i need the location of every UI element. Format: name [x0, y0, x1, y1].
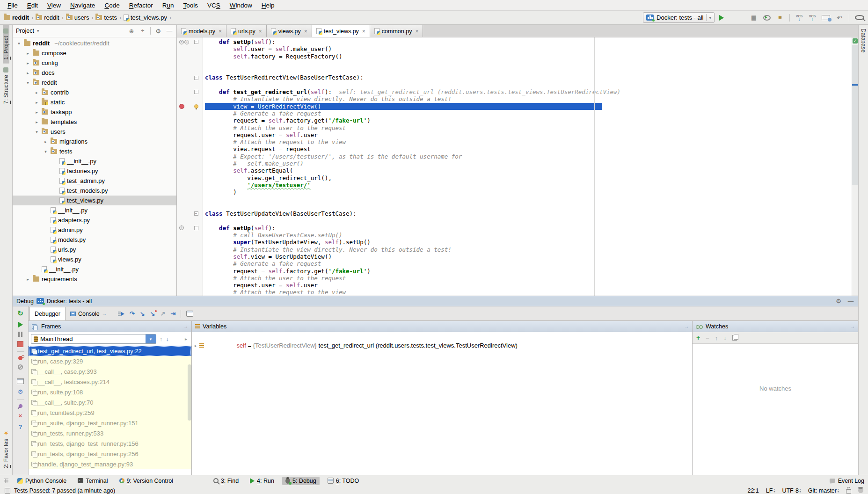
frame-row[interactable]: run_tests, django_test_runner.py:156 — [29, 438, 191, 449]
chevron-down-icon[interactable]: ▾ — [146, 334, 156, 343]
editor-code[interactable]: def setUp(self): self.user = self.make_u… — [203, 37, 858, 296]
menu-file[interactable]: File — [3, 2, 22, 9]
toolwindow-button-9-version-control[interactable]: 9: Version Control — [116, 477, 176, 485]
copy-icon[interactable] — [732, 335, 737, 341]
history-icon[interactable] — [822, 15, 830, 20]
tree-collapsed-icon[interactable]: ▸ — [43, 139, 48, 144]
encoding-selector[interactable]: UTF-8 — [782, 487, 801, 494]
debug-tab-console[interactable]: Console→ — [66, 307, 111, 320]
close-tab-icon[interactable]: × — [259, 28, 262, 35]
execution-line-mark[interactable] — [852, 84, 858, 86]
fold-icon[interactable]: − — [194, 76, 198, 80]
inspections-ok-icon[interactable]: ✓ — [853, 38, 858, 44]
rollback-icon[interactable]: ↶ — [836, 14, 843, 22]
tree-collapsed-icon[interactable]: ▸ — [25, 71, 30, 75]
breadcrumb-item-tests[interactable]: tests — [95, 14, 117, 21]
run-config-selector[interactable]: Docker: tests - all ▾ — [643, 12, 715, 23]
lock-icon[interactable] — [846, 489, 851, 494]
hector-icon[interactable] — [858, 488, 863, 493]
tree-item-tests[interactable]: ▾tests — [13, 146, 176, 156]
tree-item-users[interactable]: ▾users — [13, 127, 176, 137]
run-to-cursor-icon[interactable]: ⇥ — [170, 310, 175, 317]
tab-test_views-py[interactable]: test_views.py× — [312, 25, 370, 37]
breadcrumb-item-test_views-py[interactable]: test_views.py — [124, 14, 167, 21]
add-watch-icon[interactable]: + — [696, 334, 700, 341]
tree-collapsed-icon[interactable]: ▸ — [25, 277, 30, 282]
debug-icon[interactable] — [737, 14, 744, 22]
tree-item-requirements[interactable]: ▸requirements — [13, 274, 176, 284]
tree-item-models-py[interactable]: models.py — [13, 235, 176, 245]
stripe-tab-project[interactable]: 1: Project — [3, 25, 9, 64]
gear-icon[interactable]: ⚙ — [835, 298, 842, 305]
tree-item-__init__-py[interactable]: __init__.py — [13, 264, 176, 274]
menu-vcs[interactable]: VCS — [203, 2, 225, 9]
evaluate-expression-icon[interactable] — [186, 311, 193, 317]
menu-tools[interactable]: Tools — [178, 2, 203, 9]
tree-item-static[interactable]: ▸static — [13, 97, 176, 107]
gear-icon[interactable]: ⚙ — [154, 27, 162, 35]
tree-item-docs[interactable]: ▸docs — [13, 68, 176, 78]
tree-expanded-icon[interactable]: ▾ — [34, 130, 39, 134]
step-out-icon[interactable]: ↗ — [160, 310, 166, 317]
view-breakpoints-icon[interactable] — [18, 356, 22, 360]
close-tab-icon[interactable]: × — [362, 28, 365, 35]
menu-edit[interactable]: Edit — [22, 2, 43, 9]
move-down-icon[interactable]: ↓ — [723, 334, 727, 341]
step-over-icon[interactable]: ↷ — [130, 310, 135, 317]
breadcrumb-item-users[interactable]: users — [66, 14, 89, 21]
force-step-into-icon[interactable]: ↘ — [150, 310, 155, 317]
scrollbar-thumb[interactable] — [852, 45, 858, 185]
float-window-icon[interactable]: → — [684, 324, 689, 329]
menu-refactor[interactable]: Refactor — [124, 2, 158, 9]
previous-frame-icon[interactable]: ↑ — [160, 335, 163, 342]
remove-watch-icon[interactable]: − — [706, 334, 709, 341]
tab-urls-py[interactable]: urls.py× — [226, 25, 267, 37]
menu-run[interactable]: Run — [158, 2, 179, 9]
float-window-icon[interactable]: → — [850, 324, 855, 329]
tree-collapsed-icon[interactable]: ▸ — [34, 100, 39, 105]
fold-icon[interactable]: − — [194, 226, 198, 230]
frame-row[interactable]: __call__, case.py:393 — [29, 366, 191, 377]
close-icon[interactable]: × — [19, 412, 22, 419]
frame-row[interactable]: test_get_redirect_url, test_views.py:22 — [29, 346, 191, 356]
vcs-branch-selector[interactable]: Git: master — [808, 487, 839, 494]
tree-item-test_admin-py[interactable]: test_admin.py — [13, 176, 176, 186]
tree-collapsed-icon[interactable]: ▸ — [34, 110, 39, 115]
caret-position[interactable]: 22:1 — [747, 487, 759, 494]
tree-item-factories-py[interactable]: factories.py — [13, 166, 176, 176]
frame-row[interactable]: run_tests, runner.py:533 — [29, 428, 191, 438]
event-log-button[interactable]: Event Log — [838, 478, 864, 484]
tree-item-urls-py[interactable]: urls.py — [13, 245, 176, 254]
tree-item-taskapp[interactable]: ▸taskapp — [13, 107, 176, 117]
show-execution-point-icon[interactable] — [118, 311, 124, 316]
menu-navigate[interactable]: Navigate — [66, 2, 100, 9]
tab-models-py[interactable]: models.py× — [177, 25, 226, 37]
profiler-icon[interactable] — [763, 15, 771, 21]
collapse-all-icon[interactable]: ÷ — [139, 27, 146, 35]
rerun-icon[interactable]: ↻ — [17, 309, 23, 318]
frame-row[interactable]: handle, django_test_manage.py:93 — [29, 459, 191, 469]
menu-window[interactable]: Window — [225, 2, 257, 9]
close-tab-icon[interactable]: × — [304, 28, 307, 35]
stripe-tab-database[interactable]: Database — [860, 25, 867, 56]
frame-row[interactable]: __call__, testcases.py:214 — [29, 377, 191, 387]
debug-tab-debugger[interactable]: Debugger — [29, 307, 66, 320]
code-editor[interactable]: ↑↓−−−−↑− def setUp(self): self.user = se… — [177, 37, 858, 296]
toolwindow-button-5-debug[interactable]: 5: Debug — [282, 477, 320, 485]
tree-expanded-icon[interactable]: ▾ — [43, 149, 48, 154]
mute-breakpoints-icon[interactable] — [18, 364, 23, 370]
tree-collapsed-icon[interactable]: ▸ — [34, 120, 39, 124]
intention-bulb-icon[interactable] — [194, 104, 198, 109]
tool-window-switcher-icon[interactable] — [4, 479, 8, 483]
tree-expanded-icon[interactable]: ▾ — [25, 80, 30, 85]
run-icon[interactable] — [719, 15, 731, 21]
tree-item-__init__-py[interactable]: __init__.py — [13, 205, 176, 215]
stripe-tab-favorites[interactable]: 2: Favorites★ — [3, 426, 9, 472]
project-tree[interactable]: ▾reddit~/cookiecutter/reddit▸compose▸con… — [13, 37, 176, 296]
move-up-icon[interactable]: ↑ — [715, 334, 718, 341]
close-tab-icon[interactable]: × — [415, 28, 418, 35]
next-frame-icon[interactable]: ↓ — [166, 335, 169, 342]
toolwindow-button-4-run[interactable]: 4: Run — [247, 477, 277, 485]
tree-item-config[interactable]: ▸config — [13, 58, 176, 68]
frame-row[interactable]: __call__, suite.py:70 — [29, 397, 191, 407]
